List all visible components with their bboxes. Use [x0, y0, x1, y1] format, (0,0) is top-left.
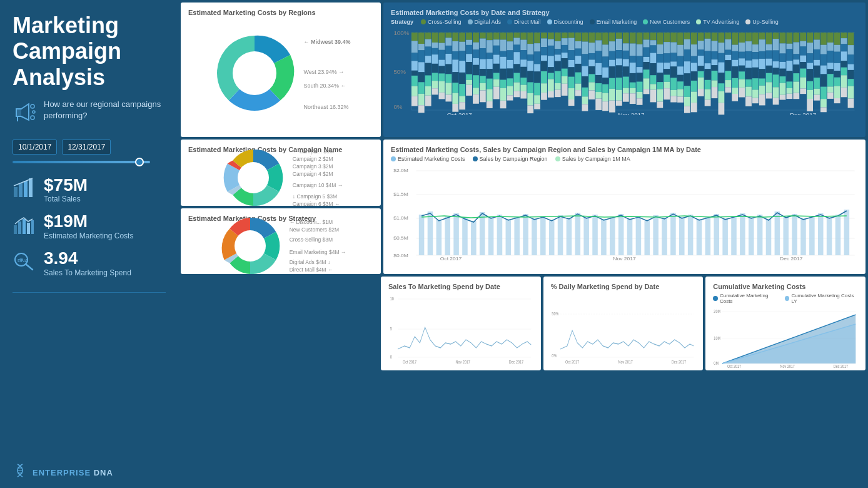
svg-rect-509 — [814, 89, 820, 95]
svg-rect-466 — [780, 62, 786, 69]
total-sales-label: Total Sales — [44, 195, 88, 203]
svg-rect-307 — [643, 62, 650, 69]
donut-strategy-chart — [216, 211, 285, 274]
donut-regions-chart — [211, 29, 298, 117]
card-regions: Estimated Marketing Costs by Regions — [181, 3, 381, 137]
svg-rect-437 — [752, 89, 759, 98]
marketing-costs-label: Estimated Marketing Costs — [44, 231, 133, 240]
svg-rect-146 — [507, 60, 513, 69]
svg-rect-438 — [752, 98, 759, 104]
svg-rect-462 — [773, 98, 779, 104]
svg-rect-35 — [411, 71, 418, 76]
svg-rect-404 — [725, 71, 731, 80]
svg-rect-569 — [445, 216, 450, 255]
svg-rect-221 — [568, 88, 575, 99]
svg-rect-548 — [848, 79, 854, 86]
svg-rect-604 — [749, 217, 754, 255]
spend-ratio-label: Sales To Marketing Spend — [44, 268, 131, 277]
svg-rect-455 — [773, 33, 779, 39]
date-end[interactable]: 12/31/2017 — [62, 140, 111, 155]
svg-rect-226 — [575, 56, 582, 64]
svg-rect-545 — [848, 54, 854, 64]
svg-text:Oct 2017: Oct 2017 — [440, 256, 462, 262]
svg-text:Nov 2017: Nov 2017 — [456, 359, 470, 364]
svg-rect-256 — [602, 44, 608, 56]
svg-rect-523 — [827, 69, 834, 74]
svg-rect-575 — [497, 215, 503, 255]
card-sales-spend: Sales To Marketing Spend by Date 10 5 0 … — [381, 277, 541, 370]
stacked-bar-title: Estimated Marketing Costs by Date and St… — [391, 9, 858, 16]
svg-rect-434 — [752, 59, 759, 68]
svg-rect-108 — [473, 75, 479, 88]
svg-rect-111 — [480, 33, 486, 39]
svg-rect-247 — [595, 33, 602, 41]
svg-rect-290 — [630, 63, 636, 73]
svg-text:0%: 0% — [393, 103, 403, 109]
svg-rect-299 — [637, 73, 643, 81]
svg-rect-78 — [445, 94, 452, 101]
svg-rect-447 — [766, 33, 772, 44]
svg-rect-477 — [786, 88, 792, 94]
svg-rect-439 — [759, 33, 765, 39]
svg-rect-40 — [418, 44, 425, 50]
svg-rect-33 — [411, 53, 418, 61]
svg-text:0M: 0M — [714, 360, 719, 365]
svg-rect-586 — [592, 215, 598, 255]
svg-rect-208 — [562, 38, 568, 45]
svg-rect-384 — [712, 41, 718, 51]
svg-rect-597 — [688, 215, 694, 255]
svg-rect-286 — [623, 93, 629, 102]
svg-rect-122 — [487, 59, 493, 69]
svg-rect-489 — [800, 46, 806, 55]
svg-rect-193 — [548, 46, 554, 56]
stacked-bar-svg: 100% 50% 0% Oct 2017 Nov 2017 Dec 2017 — [391, 28, 858, 115]
svg-rect-197 — [548, 79, 554, 91]
svg-rect-199 — [555, 33, 561, 41]
svg-rect-57 — [432, 48, 438, 54]
svg-rect-441 — [759, 51, 765, 59]
svg-rect-326 — [657, 101, 663, 108]
svg-rect-511 — [820, 33, 827, 45]
svg-rect-532 — [834, 78, 840, 86]
svg-rect-465 — [780, 54, 786, 62]
svg-rect-444 — [759, 78, 765, 85]
svg-rect-264 — [609, 41, 615, 51]
row-mid: Estimated Marketing Costs by Campaign Na… — [181, 140, 865, 274]
svg-rect-115 — [480, 69, 486, 76]
svg-rect-175 — [534, 33, 540, 43]
svg-rect-43 — [418, 72, 425, 82]
svg-rect-217 — [568, 50, 575, 60]
svg-rect-449 — [766, 51, 772, 59]
svg-rect-233 — [582, 54, 588, 66]
svg-rect-173 — [527, 93, 533, 105]
svg-rect-159 — [520, 33, 527, 40]
svg-rect-93 — [459, 96, 465, 102]
svg-rect-346 — [677, 66, 684, 74]
svg-rect-440 — [759, 39, 765, 51]
svg-rect-245 — [588, 82, 595, 90]
svg-rect-89 — [459, 51, 465, 61]
date-slider[interactable] — [13, 161, 150, 163]
svg-rect-549 — [848, 86, 854, 99]
svg-rect-148 — [507, 78, 513, 86]
svg-rect-298 — [637, 67, 643, 73]
svg-rect-55 — [432, 33, 438, 43]
svg-rect-214 — [562, 84, 568, 96]
sales-spend-title: Sales To Marketing Spend by Date — [388, 283, 533, 290]
date-start[interactable]: 10/1/2017 — [13, 140, 57, 155]
combo-svg: $2.0M $1.5M $1.0M $0.5M $0.0M — [391, 165, 858, 262]
svg-rect-84 — [452, 83, 458, 93]
svg-rect-119 — [487, 33, 493, 40]
svg-rect-574 — [488, 217, 494, 255]
svg-rect-170 — [527, 61, 533, 71]
svg-rect-518 — [820, 108, 827, 113]
date-range[interactable]: 10/1/2017 12/31/2017 — [13, 140, 166, 155]
kpi-marketing-costs: $19M Estimated Marketing Costs — [13, 212, 166, 240]
svg-rect-533 — [834, 86, 840, 98]
svg-rect-143 — [507, 33, 513, 41]
svg-rect-188 — [541, 71, 547, 83]
svg-rect-270 — [609, 101, 615, 113]
svg-rect-389 — [712, 80, 718, 87]
svg-rect-67 — [439, 66, 445, 73]
svg-rect-127 — [493, 33, 500, 39]
